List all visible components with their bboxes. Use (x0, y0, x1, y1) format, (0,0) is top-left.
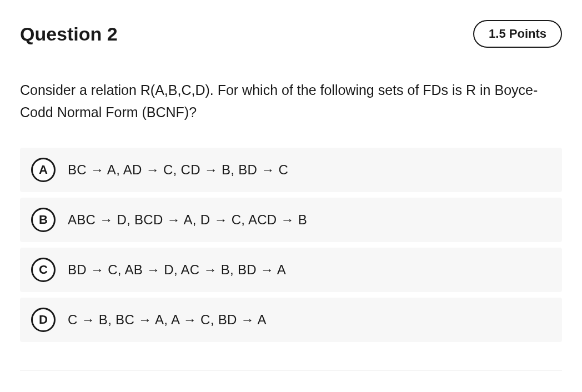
option-text-c: BD → C, AB → D, AC → B, BD → A (68, 262, 286, 278)
divider (20, 370, 562, 370)
option-a[interactable]: A BC → A, AD → C, CD → B, BD → C (20, 148, 562, 192)
option-d[interactable]: D C → B, BC → A, A → C, BD → A (20, 298, 562, 342)
option-letter-d: D (31, 308, 56, 332)
options-list: A BC → A, AD → C, CD → B, BD → C B ABC →… (20, 148, 562, 342)
option-letter-a: A (31, 158, 56, 182)
option-letter-c: C (31, 258, 56, 282)
question-header: Question 2 1.5 Points (20, 20, 562, 48)
option-text-d: C → B, BC → A, A → C, BD → A (68, 312, 267, 328)
option-text-b: ABC → D, BCD → A, D → C, ACD → B (68, 212, 307, 228)
option-letter-b: B (31, 208, 56, 232)
question-title: Question 2 (20, 23, 118, 45)
points-badge: 1.5 Points (473, 20, 562, 48)
option-text-a: BC → A, AD → C, CD → B, BD → C (68, 162, 288, 178)
option-b[interactable]: B ABC → D, BCD → A, D → C, ACD → B (20, 198, 562, 242)
question-text: Consider a relation R(A,B,C,D). For whic… (20, 79, 562, 123)
option-c[interactable]: C BD → C, AB → D, AC → B, BD → A (20, 248, 562, 292)
